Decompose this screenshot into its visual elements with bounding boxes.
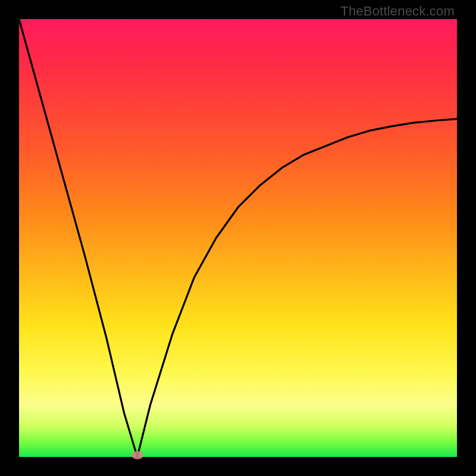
bottleneck-curve: [19, 19, 457, 457]
watermark-text: TheBottleneck.com: [340, 4, 455, 19]
chart-frame: TheBottleneck.com: [0, 0, 476, 476]
optimal-marker: [131, 451, 143, 459]
